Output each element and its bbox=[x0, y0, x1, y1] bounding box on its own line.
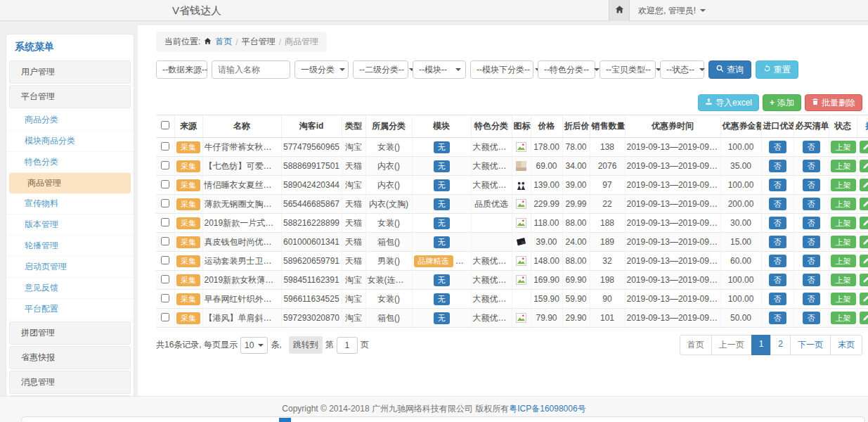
row-checkbox[interactable] bbox=[161, 161, 169, 170]
pager-last[interactable]: 末页 bbox=[830, 335, 862, 355]
feature-category-select[interactable]: --特色分类-- bbox=[538, 60, 595, 79]
row-checkbox[interactable] bbox=[161, 237, 169, 245]
home-button[interactable] bbox=[609, 0, 630, 21]
status-button[interactable]: 上架 bbox=[831, 217, 856, 229]
status-button[interactable]: 上架 bbox=[831, 160, 856, 172]
sidebar-item-group-buy-mgmt[interactable]: 拼团管理 bbox=[9, 321, 131, 345]
edit-button[interactable] bbox=[860, 274, 868, 286]
row-checkbox[interactable] bbox=[161, 142, 169, 151]
import-toggle-button[interactable]: 否 bbox=[769, 160, 786, 172]
icp-link[interactable]: 粤ICP备16098006号 bbox=[509, 404, 585, 414]
sidebar-item-platform-mgmt[interactable]: 平台管理 bbox=[9, 85, 131, 108]
status-button[interactable]: 上架 bbox=[831, 255, 856, 267]
row-checkbox[interactable] bbox=[161, 256, 169, 264]
edit-icon bbox=[862, 294, 868, 305]
search-button[interactable]: 查询 bbox=[708, 60, 751, 79]
must-buy-toggle-button[interactable]: 否 bbox=[803, 217, 820, 229]
add-button[interactable]: + 添加 bbox=[763, 94, 801, 111]
source-badge: 采集 bbox=[176, 293, 200, 305]
sidebar-item-product-category[interactable]: 商品分类 bbox=[6, 110, 134, 131]
sidebar-item-express-news[interactable]: 省惠快报 bbox=[9, 346, 131, 369]
reset-button[interactable]: 重置 bbox=[756, 60, 798, 79]
edit-button[interactable] bbox=[860, 255, 868, 267]
status-button[interactable]: 上架 bbox=[831, 179, 856, 191]
edit-button[interactable] bbox=[860, 198, 868, 210]
status-button[interactable]: 上架 bbox=[831, 236, 856, 248]
row-checkbox[interactable] bbox=[161, 313, 169, 321]
page-number-input[interactable] bbox=[337, 337, 358, 354]
pager-prev[interactable]: 上一页 bbox=[711, 335, 752, 355]
chevron-down-icon bbox=[594, 68, 600, 71]
status-select[interactable]: --状态-- bbox=[660, 60, 704, 79]
product-type: 淘宝 bbox=[342, 309, 365, 328]
row-checkbox[interactable] bbox=[161, 294, 169, 302]
import-toggle-button[interactable]: 否 bbox=[769, 312, 786, 324]
status-button[interactable]: 上架 bbox=[831, 293, 856, 305]
import-toggle-button[interactable]: 否 bbox=[769, 198, 786, 210]
module-select[interactable]: --模块-- bbox=[413, 60, 466, 79]
edit-button[interactable] bbox=[860, 312, 868, 324]
edit-button[interactable] bbox=[860, 293, 868, 305]
sidebar-item-product-mgmt[interactable]: 商品管理 bbox=[9, 173, 131, 193]
jump-button[interactable]: 跳转到 bbox=[289, 336, 323, 354]
import-toggle-button[interactable]: 否 bbox=[769, 255, 786, 267]
pager-next[interactable]: 下一页 bbox=[790, 335, 831, 355]
status-button[interactable]: 上架 bbox=[831, 141, 856, 153]
row-checkbox[interactable] bbox=[161, 180, 169, 188]
must-buy-toggle-button[interactable]: 否 bbox=[803, 236, 820, 248]
edit-button[interactable] bbox=[860, 179, 868, 191]
sidebar-item-message-mgmt[interactable]: 消息管理 bbox=[9, 371, 131, 394]
must-buy-toggle-button[interactable]: 否 bbox=[803, 255, 820, 267]
edit-button[interactable] bbox=[860, 160, 868, 172]
category2-select[interactable]: --二级分类-- bbox=[353, 60, 408, 79]
must-buy-toggle-button[interactable]: 否 bbox=[803, 141, 820, 153]
must-buy-toggle-button[interactable]: 否 bbox=[803, 198, 820, 210]
sidebar-item-user-mgmt[interactable]: 用户管理 bbox=[9, 60, 131, 84]
sidebar-item-version-mgmt[interactable]: 版本管理 bbox=[6, 215, 134, 236]
sidebar-item-carousel-mgmt[interactable]: 轮播管理 bbox=[6, 236, 134, 257]
import-toggle-button[interactable]: 否 bbox=[769, 293, 786, 305]
module-badge: 无 bbox=[434, 217, 450, 229]
col-price: 价格 bbox=[531, 115, 562, 138]
select-all-checkbox[interactable] bbox=[161, 121, 169, 129]
item-type-select[interactable]: --宝贝类型-- bbox=[600, 60, 656, 79]
sidebar-item-feature-category[interactable]: 特色分类 bbox=[6, 152, 134, 173]
user-menu[interactable]: 欢迎您, 管理员! bbox=[630, 0, 714, 21]
sidebar-item-module-product-category[interactable]: 模块商品分类 bbox=[6, 131, 134, 152]
must-buy-toggle-button[interactable]: 否 bbox=[803, 293, 820, 305]
pager-first[interactable]: 首页 bbox=[680, 335, 712, 355]
edit-button[interactable] bbox=[860, 141, 868, 153]
pager-page-2[interactable]: 2 bbox=[770, 335, 791, 355]
data-source-select[interactable]: --数据来源-- bbox=[156, 60, 207, 79]
import-toggle-button[interactable]: 否 bbox=[769, 179, 786, 191]
row-checkbox[interactable] bbox=[161, 199, 169, 207]
status-button[interactable]: 上架 bbox=[831, 312, 856, 324]
discount-price: 69.90 bbox=[562, 271, 590, 290]
sidebar-item-feedback[interactable]: 意见反馈 bbox=[6, 278, 134, 299]
status-button[interactable]: 上架 bbox=[831, 198, 856, 210]
import-toggle-button[interactable]: 否 bbox=[769, 236, 786, 248]
breadcrumb-home-link[interactable]: 首页 bbox=[215, 36, 232, 48]
must-buy-toggle-button[interactable]: 否 bbox=[803, 160, 820, 172]
sidebar-item-splash-mgmt[interactable]: 启动页管理 bbox=[6, 257, 134, 278]
sidebar-item-platform-config[interactable]: 平台配置 bbox=[6, 299, 134, 320]
import-toggle-button[interactable]: 否 bbox=[769, 141, 786, 153]
edit-button[interactable] bbox=[860, 236, 868, 248]
pager-page-1[interactable]: 1 bbox=[751, 335, 772, 355]
category1-select[interactable]: 一级分类 bbox=[294, 60, 349, 79]
status-button[interactable]: 上架 bbox=[831, 274, 856, 286]
must-buy-toggle-button[interactable]: 否 bbox=[803, 312, 820, 324]
must-buy-toggle-button[interactable]: 否 bbox=[803, 274, 820, 286]
per-page-select[interactable]: 10 bbox=[240, 337, 268, 354]
import-toggle-button[interactable]: 否 bbox=[769, 217, 786, 229]
row-checkbox[interactable] bbox=[161, 275, 169, 283]
module-sub-select[interactable]: --模块下分类-- bbox=[470, 60, 533, 79]
batch-delete-button[interactable]: 批量删除 bbox=[805, 94, 862, 111]
must-buy-toggle-button[interactable]: 否 bbox=[803, 179, 820, 191]
edit-button[interactable] bbox=[860, 217, 868, 229]
import-excel-button[interactable]: 导入excel bbox=[698, 94, 759, 111]
row-checkbox[interactable] bbox=[161, 218, 169, 226]
name-search-input[interactable] bbox=[212, 60, 290, 79]
sidebar-item-promo-material[interactable]: 宣传物料 bbox=[6, 193, 134, 215]
import-toggle-button[interactable]: 否 bbox=[769, 274, 786, 286]
